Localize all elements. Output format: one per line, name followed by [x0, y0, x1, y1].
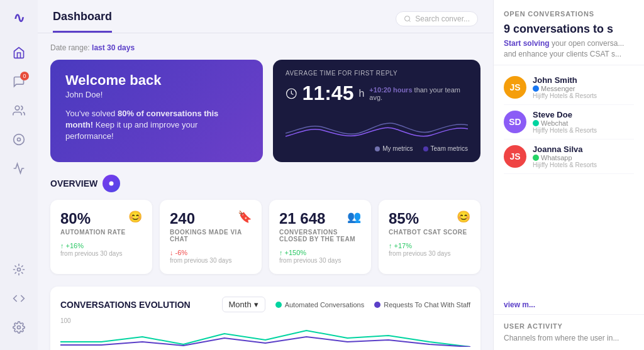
- card-automation-rate: 😊 80% AUTOMATION RATE ↑+16% from previou…: [50, 200, 152, 274]
- time-diff: +10:20 hours than your team avg.: [369, 86, 468, 101]
- page-title: Dashboard: [53, 10, 112, 33]
- csat-from: from previous 30 days: [389, 250, 470, 257]
- icon-bar: ∿ 0: [0, 0, 38, 350]
- conversations-from: from previous 30 days: [279, 257, 361, 264]
- sidebar-item-settings[interactable]: [6, 315, 31, 340]
- card-csat: 😊 85% CHATBOT CSAT SCORE ↑+17% from prev…: [379, 200, 480, 274]
- bookings-label: BOOKINGS MADE VIA CHAT: [170, 229, 252, 243]
- conv-item-john-smith[interactable]: JS John Smith Messenger Hijiffy Hotels &…: [504, 70, 634, 105]
- search-placeholder: Search conver...: [415, 14, 470, 23]
- app-logo: ∿: [13, 10, 25, 26]
- svg-point-5: [405, 16, 410, 21]
- welcome-message: You've solved 80% of conversations this …: [65, 108, 248, 143]
- open-conv-count: 9 conversations to s: [504, 23, 634, 36]
- csat-label: CHATBOT CSAT SCORE: [389, 229, 470, 236]
- conversations-icon: 👥: [347, 210, 361, 224]
- legend-team-metrics: Team metrics: [423, 145, 468, 152]
- clock-icon: [286, 87, 297, 100]
- content-area: Date range: last 30 days Welcome back Jo…: [38, 33, 493, 350]
- evol-controls: Month ▾ Automated Conversations Requests…: [222, 297, 471, 312]
- welcome-card: Welcome back John Doe! You've solved 80%…: [50, 60, 263, 162]
- time-number: 11:45: [303, 82, 354, 105]
- time-value: 11:45 h +10:20 hours than your team avg.: [286, 82, 468, 105]
- sidebar-item-code[interactable]: [6, 286, 31, 311]
- right-panel: OPEN CONVERSATIONS 9 conversations to s …: [493, 0, 644, 350]
- sidebar-item-analytics[interactable]: [6, 127, 31, 152]
- chat-badge: 0: [20, 72, 29, 80]
- open-conv-section-title: OPEN CONVERSATIONS: [504, 10, 634, 18]
- conversation-list: JS John Smith Messenger Hijiffy Hotels &…: [494, 65, 644, 300]
- evol-chart: [60, 324, 470, 347]
- time-unit: h: [358, 88, 364, 99]
- automated-dot: [275, 302, 282, 308]
- user-activity-section: USER ACTIVITY Channels from where the us…: [494, 314, 644, 350]
- search-bar[interactable]: Search conver...: [396, 11, 478, 26]
- date-range: Date range: last 30 days: [50, 43, 480, 52]
- metrics-label: AVERAGE TIME FOR FIRST REPLY: [286, 70, 468, 77]
- avatar-joanna-silva: JS: [504, 145, 526, 168]
- open-conv-desc: Start solving your open conversa... and …: [504, 38, 634, 60]
- csat-icon: 😊: [457, 210, 470, 224]
- automation-rate-change: ↑+16%: [60, 242, 142, 249]
- csat-change: ↑+17%: [389, 242, 470, 249]
- main-content: Dashboard Search conver... Date range: l…: [38, 0, 493, 350]
- top-cards: Welcome back John Doe! You've solved 80%…: [50, 60, 480, 162]
- svg-point-4: [18, 326, 21, 329]
- legend-requests: Requests To Chat With Staff: [374, 301, 470, 309]
- sidebar-item-integrations[interactable]: [6, 257, 31, 282]
- conversations-evolution-section: CONVERSATIONS EVOLUTION Month ▾ Automate…: [50, 287, 480, 350]
- bookings-change: ↓-6%: [170, 249, 252, 256]
- webchat-icon: [533, 120, 539, 126]
- metrics-card: AVERAGE TIME FOR FIRST REPLY 11:45 h +10…: [273, 60, 480, 162]
- chart-y-label: 100: [60, 317, 470, 324]
- conversations-label: Conversations closed by the team: [279, 229, 361, 243]
- month-dropdown[interactable]: Month ▾: [222, 297, 265, 312]
- conversations-change: ↑+150%: [279, 249, 361, 256]
- search-icon: [404, 15, 411, 23]
- svg-point-3: [18, 268, 21, 271]
- evol-header: CONVERSATIONS EVOLUTION Month ▾ Automate…: [60, 297, 470, 312]
- chevron-down-icon: ▾: [254, 300, 258, 309]
- conv-info-john-smith: John Smith Messenger Hijiffy Hotels & Re…: [533, 75, 597, 99]
- overview-cards: 😊 80% AUTOMATION RATE ↑+16% from previou…: [50, 200, 480, 274]
- sidebar-item-home[interactable]: [6, 40, 31, 65]
- avatar-steve-doe: SD: [504, 111, 526, 133]
- svg-point-0: [15, 106, 19, 111]
- requests-dot: [374, 302, 380, 308]
- bookings-from: from previous 30 days: [170, 257, 252, 264]
- whatsapp-icon: [533, 155, 539, 161]
- automation-rate-label: AUTOMATION RATE: [60, 229, 142, 236]
- evol-legend: Automated Conversations Requests To Chat…: [275, 301, 470, 309]
- sidebar-item-broadcast[interactable]: [6, 156, 31, 181]
- view-more-link[interactable]: view m...: [494, 300, 644, 314]
- header: Dashboard Search conver...: [38, 0, 493, 33]
- overview-section-title: OVERVIEW: [50, 175, 480, 192]
- welcome-heading: Welcome back: [65, 72, 248, 89]
- conv-info-joanna-silva: Joanna Silva Whatsapp Hijiffy Hotels & R…: [533, 145, 597, 168]
- evol-title: CONVERSATIONS EVOLUTION: [60, 300, 191, 310]
- bookings-icon: 🔖: [238, 210, 252, 224]
- automation-rate-from: from previous 30 days: [60, 250, 142, 257]
- legend-my-metrics: My metrics: [375, 145, 413, 152]
- metrics-legend: My metrics Team metrics: [286, 145, 468, 152]
- automation-rate-icon: 😊: [128, 210, 142, 224]
- welcome-user: John Doe!: [65, 90, 248, 99]
- right-panel-header: OPEN CONVERSATIONS 9 conversations to s …: [494, 0, 644, 65]
- svg-point-1: [14, 134, 25, 145]
- svg-point-2: [18, 138, 21, 141]
- conv-item-joanna-silva[interactable]: JS Joanna Silva Whatsapp Hijiffy Hotels …: [504, 139, 634, 174]
- messenger-icon: [533, 85, 539, 92]
- card-conversations-closed: 👥 21 648 Conversations closed by the tea…: [269, 200, 371, 274]
- svg-point-7: [109, 182, 114, 186]
- sidebar-item-contacts[interactable]: [6, 98, 31, 123]
- legend-automated: Automated Conversations: [275, 301, 365, 309]
- conv-info-steve-doe: Steve Doe Webchat Hijiffy Hotels & Resor…: [533, 110, 597, 134]
- overview-icon: [103, 175, 120, 192]
- wave-chart: [286, 111, 468, 143]
- user-activity-title: USER ACTIVITY: [504, 322, 634, 330]
- my-metrics-dot: [375, 146, 380, 151]
- sidebar-item-chat[interactable]: 0: [6, 69, 31, 94]
- user-activity-desc: Channels from where the user in...: [504, 334, 634, 342]
- conv-item-steve-doe[interactable]: SD Steve Doe Webchat Hijiffy Hotels & Re…: [504, 105, 634, 139]
- card-bookings: 🔖 240 BOOKINGS MADE VIA CHAT ↓-6% from p…: [160, 200, 262, 274]
